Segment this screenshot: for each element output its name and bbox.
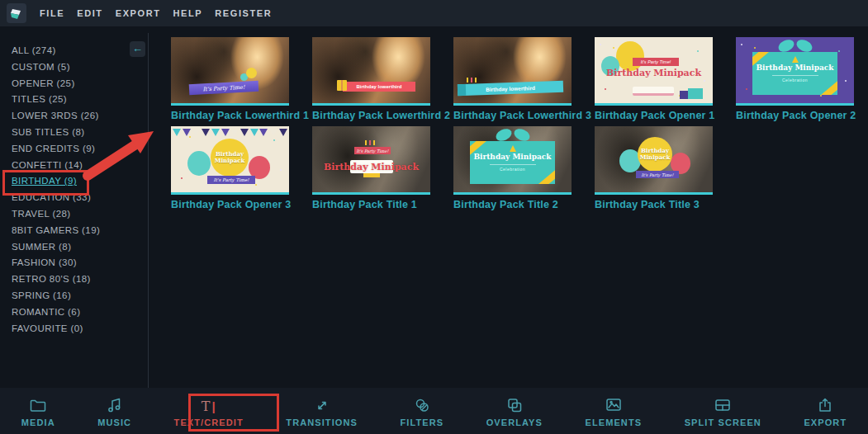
balloon-icon	[616, 41, 644, 71]
template-card[interactable]: Birthday Minipack It's Party Time! Birth…	[171, 126, 289, 210]
sidebar-item-8bit-gamers[interactable]: 8BIT GAMERS (19)	[0, 223, 148, 239]
pack-title-text: Birthday Minipack	[595, 68, 713, 78]
lens-filters-icon	[412, 395, 432, 415]
template-title: Birthday Pack Opener 2	[736, 110, 854, 121]
balloon-icon: Birthday Minipack	[638, 137, 672, 172]
sidebar-item-custom[interactable]: CUSTOM (5)	[0, 59, 148, 76]
folder-icon	[28, 395, 48, 415]
bunting-icon	[173, 129, 287, 136]
balloon-icon	[246, 68, 257, 78]
template-thumbnail: Birthday Minipack It's Party Time!	[171, 126, 289, 192]
ribbon-text: It's Party Time!	[641, 172, 673, 177]
template-card[interactable]: Birthday Minipack It's Party Time! Birth…	[595, 126, 713, 210]
sidebar-item-travel[interactable]: TRAVEL (28)	[0, 206, 148, 223]
template-card[interactable]: It's Party Time! Birthday Pack Lowerthir…	[171, 37, 289, 121]
ribbon-banner: It's Party Time!	[633, 58, 679, 66]
sidebar-item-lower-3rds[interactable]: LOWER 3RDS (26)	[0, 108, 148, 125]
ribbon-text: Birthday lowerthird	[486, 84, 535, 92]
ribbon-text: Birthday lowerthird	[356, 84, 401, 89]
menu-edit[interactable]: EDIT	[77, 8, 102, 18]
sidebar-item-spring[interactable]: SPRING (16)	[0, 288, 148, 304]
tab-media[interactable]: MEDIA	[21, 395, 55, 427]
party-hat-icon	[792, 56, 799, 63]
thumbnail-underline	[312, 192, 430, 195]
top-menu-bar: FILE EDIT EXPORT HELP REGISTER	[0, 0, 868, 26]
template-card[interactable]: It's Party Time! Birthday Minipack Birth…	[595, 37, 713, 121]
template-card[interactable]: Birthday Minipack Celebration Birthday P…	[453, 126, 572, 210]
balloon-icon: Birthday Minipack	[211, 139, 249, 177]
pack-title-text: Birthday Minipack	[752, 64, 837, 73]
pack-title-text: Birthday Minipack	[470, 153, 555, 162]
template-title: Birthday Pack Lowerthird 2	[312, 110, 430, 121]
ribbon-banner: It's Party Time!	[636, 171, 679, 178]
sidebar-item-opener[interactable]: OPENER (25)	[0, 76, 148, 92]
tab-filters[interactable]: FILTERS	[400, 395, 443, 427]
confetti-dots	[741, 44, 742, 45]
tab-music[interactable]: MUSIC	[97, 395, 131, 427]
gift-icon	[688, 88, 703, 99]
tab-label: MEDIA	[21, 417, 55, 427]
ribbon-text: It's Party Time!	[641, 59, 671, 64]
tab-transitions[interactable]: TRANSITIONS	[286, 395, 358, 427]
sidebar-item-romantic[interactable]: ROMANTIC (6)	[0, 304, 148, 321]
tab-label: EXPORT	[804, 417, 847, 427]
menu-help[interactable]: HELP	[173, 8, 203, 18]
tab-elements[interactable]: ELEMENTS	[585, 395, 642, 427]
menu-register[interactable]: REGISTER	[215, 8, 272, 18]
tab-split-screen[interactable]: SPLIT SCREEN	[685, 395, 761, 427]
template-card[interactable]: Birthday lowerthird Birthday Pack Lowert…	[312, 37, 430, 121]
template-title: Birthday Pack Title 3	[595, 199, 713, 210]
sidebar-item-fashion[interactable]: FASHION (30)	[0, 255, 148, 271]
menu-export[interactable]: EXPORT	[116, 8, 161, 18]
tab-label: OVERLAYS	[486, 417, 543, 427]
pack-title-text: Birthday Minipack	[638, 148, 672, 161]
party-hat-icon	[510, 145, 516, 152]
template-grid: It's Party Time! Birthday Pack Lowerthir…	[149, 26, 868, 210]
gift-card: Birthday Minipack Celebration	[470, 141, 555, 184]
template-title: Birthday Pack Opener 3	[171, 199, 289, 210]
ribbon-banner: It's Party Time!	[354, 147, 391, 154]
gift-icon	[337, 80, 347, 91]
tab-export[interactable]: EXPORT	[804, 395, 847, 427]
ribbon-text: It's Party Time!	[202, 83, 244, 92]
confetti-dots	[600, 44, 601, 45]
sidebar-item-sub-titles[interactable]: SUB TITLES (8)	[0, 125, 148, 141]
ribbon-banner: It's Party Time!	[207, 176, 255, 184]
template-card[interactable]: It's Party Time! Birthday Minipack Birth…	[312, 126, 430, 210]
annotation-box-birthday	[2, 170, 89, 196]
template-thumbnail: Birthday lowerthird	[312, 37, 430, 103]
thumbnail-underline	[595, 192, 713, 195]
swap-arrows-icon	[312, 395, 332, 415]
annotation-box-text-credit	[188, 394, 279, 432]
thumbnail-underline	[736, 103, 854, 106]
template-title: Birthday Pack Lowerthird 3	[453, 110, 572, 121]
template-title: Birthday Pack Title 1	[312, 199, 430, 210]
app-logo-icon[interactable]	[7, 3, 26, 23]
tab-label: MUSIC	[97, 417, 131, 427]
template-thumbnail: Birthday Minipack It's Party Time!	[595, 126, 713, 192]
tab-label: ELEMENTS	[585, 417, 642, 427]
template-card[interactable]: Birthday Minipack Celebration Birthday P…	[736, 37, 854, 121]
ribbon-banner: Birthday lowerthird	[458, 81, 563, 96]
thumbnail-underline	[171, 103, 289, 106]
picture-icon	[604, 395, 624, 415]
sidebar-item-summer[interactable]: SUMMER (8)	[0, 239, 148, 256]
template-card[interactable]: Birthday lowerthird Birthday Pack Lowert…	[453, 37, 572, 121]
template-title: Birthday Pack Opener 1	[595, 110, 713, 121]
sidebar-item-favourite[interactable]: FAVOURITE (0)	[0, 321, 148, 337]
bottom-toolbar: MEDIA MUSIC T| TEXT/CREDIT TRANSITIONS F…	[0, 388, 868, 434]
sidebar-item-end-credits[interactable]: END CREDITS (9)	[0, 141, 148, 158]
menu-file[interactable]: FILE	[40, 8, 64, 18]
template-thumbnail: Birthday Minipack Celebration	[453, 126, 572, 192]
export-icon	[815, 395, 835, 415]
sidebar-item-titles[interactable]: TITLES (25)	[0, 92, 148, 108]
sidebar-item-retro-80s[interactable]: RETRO 80'S (18)	[0, 271, 148, 288]
sidebar-item-all[interactable]: ALL (274)	[0, 43, 148, 59]
overlapping-squares-icon	[505, 395, 524, 415]
tab-overlays[interactable]: OVERLAYS	[486, 395, 543, 427]
tab-label: TRANSITIONS	[286, 417, 358, 427]
cake-icon	[633, 87, 674, 96]
ribbon-banner: Birthday lowerthird	[343, 82, 415, 92]
collapse-sidebar-button[interactable]: ←	[130, 41, 145, 57]
tab-label: SPLIT SCREEN	[685, 417, 761, 427]
